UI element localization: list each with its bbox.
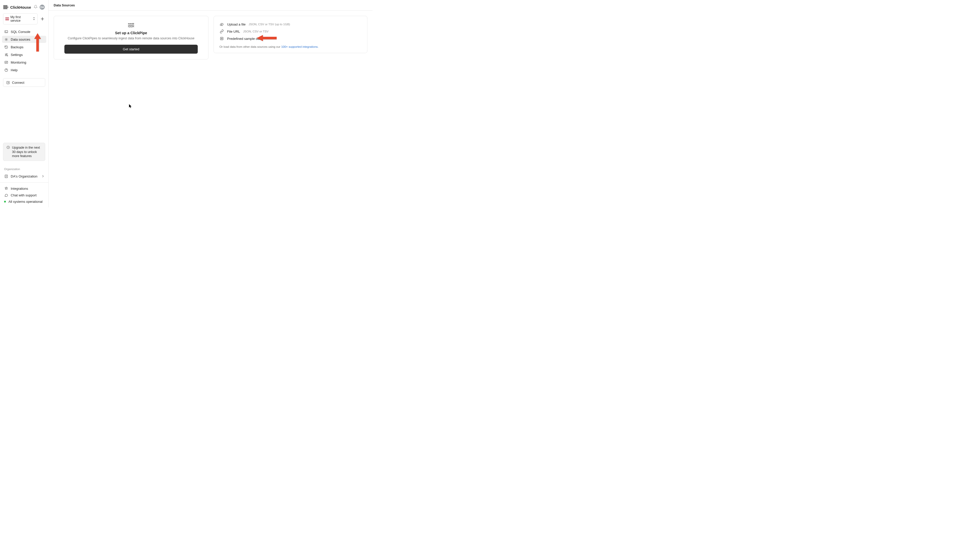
avatar[interactable]: DA — [40, 5, 45, 10]
integrations-link[interactable]: 100+ supported integrations. — [281, 45, 318, 48]
org-section-label: Organization — [3, 167, 45, 173]
add-service-button[interactable] — [40, 16, 45, 22]
sliders-icon — [4, 52, 8, 57]
page-title: Data Sources — [54, 3, 75, 7]
brand-name: ClickHouse — [10, 5, 31, 10]
connect-button[interactable]: Connect — [3, 78, 45, 87]
footer-label: Chat with support — [11, 193, 37, 197]
chart-icon — [4, 60, 8, 64]
sample-icon — [220, 37, 224, 41]
nav-help[interactable]: Help — [2, 67, 46, 73]
data-icon — [4, 37, 8, 41]
puzzle-icon — [4, 186, 8, 190]
nav-label: Backups — [11, 45, 24, 49]
sample-data-row[interactable]: Predefined sample data — [220, 35, 361, 42]
svg-point-7 — [6, 53, 7, 54]
content: Set up a ClickPipe Configure ClickPipes … — [49, 11, 372, 207]
link-icon — [220, 29, 224, 33]
upload-file-row[interactable]: Upload a file JSON, CSV or TSV (up to 1G… — [220, 21, 361, 28]
upload-hint: JSON, CSV or TSV (up to 1GB) — [248, 23, 290, 26]
clickhouse-logo-icon — [3, 5, 8, 9]
footer-label: Integrations — [11, 187, 28, 190]
nav-settings[interactable]: Settings — [2, 51, 46, 58]
service-name: My first service — [11, 15, 31, 22]
svg-point-9 — [7, 56, 8, 56]
chevron-updown-icon — [33, 17, 35, 21]
terminal-icon — [4, 30, 8, 34]
data-sources-card: Upload a file JSON, CSV or TSV (up to 1G… — [213, 16, 368, 53]
svg-rect-5 — [5, 30, 7, 33]
help-icon — [4, 68, 8, 72]
notifications-icon[interactable] — [34, 5, 38, 10]
nav-label: SQL Console — [11, 30, 30, 34]
sidebar: ClickHouse DA My first service — [0, 0, 49, 207]
status-dot-icon — [4, 201, 6, 203]
svg-rect-2 — [6, 5, 6, 9]
brand: ClickHouse DA — [3, 3, 45, 13]
waves-icon — [60, 23, 202, 28]
footer-chat[interactable]: Chat with support — [3, 192, 45, 198]
file-url-row[interactable]: File URL JSON, CSV or TSV — [220, 28, 361, 35]
svg-rect-3 — [6, 5, 7, 9]
connect-label: Connect — [12, 81, 24, 84]
svg-rect-1 — [5, 5, 5, 9]
integrations-footer: Or load data from other data sources usi… — [220, 42, 361, 48]
nav-label: Data sources — [11, 38, 30, 41]
footer-label: All systems operational — [8, 200, 43, 203]
svg-rect-15 — [221, 37, 223, 40]
nav-label: Settings — [11, 53, 23, 57]
clock-icon — [6, 146, 10, 150]
svg-point-8 — [6, 54, 6, 55]
upload-title: Upload a file — [227, 22, 245, 26]
flag-icon — [5, 17, 9, 20]
connect-icon — [6, 81, 10, 84]
nav-backups[interactable]: Backups — [2, 43, 46, 51]
url-title: File URL — [227, 30, 240, 33]
nav-label: Help — [11, 68, 18, 72]
nav-label: Monitoring — [11, 60, 26, 64]
svg-rect-4 — [8, 6, 8, 8]
footer-integrations[interactable]: Integrations — [3, 185, 45, 192]
svg-rect-0 — [3, 5, 4, 9]
nav-sql-console[interactable]: SQL Console — [2, 28, 46, 35]
clickpipe-title: Set up a ClickPipe — [60, 31, 202, 35]
upload-icon — [220, 22, 224, 26]
history-icon — [4, 45, 8, 49]
sample-title: Predefined sample data — [227, 37, 262, 41]
primary-nav: SQL Console Data sources Backups Setting… — [0, 28, 48, 74]
service-selector[interactable]: My first service — [3, 13, 38, 24]
chevron-right-icon — [41, 175, 44, 178]
svg-point-16 — [221, 38, 222, 39]
org-name: DA's Organization — [11, 175, 37, 178]
url-hint: JSON, CSV or TSV — [243, 30, 269, 33]
nav-monitoring[interactable]: Monitoring — [2, 59, 46, 66]
footer-prefix: Or load data from other data sources usi… — [220, 45, 281, 48]
clickpipe-card: Set up a ClickPipe Configure ClickPipes … — [54, 16, 208, 59]
nav-data-sources[interactable]: Data sources — [2, 36, 46, 43]
clickpipe-subtitle: Configure ClickPipes to seamlessly inges… — [60, 37, 202, 40]
get-started-button[interactable]: Get started — [64, 45, 198, 54]
footer-status[interactable]: All systems operational — [3, 198, 45, 205]
svg-point-6 — [6, 39, 6, 40]
org-selector[interactable]: DA's Organization — [3, 173, 45, 180]
org-icon — [4, 174, 8, 178]
page-header: Data Sources — [49, 0, 372, 11]
upgrade-text: Upgrade in the next 30 days to unlock mo… — [12, 146, 42, 158]
upgrade-banner[interactable]: Upgrade in the next 30 days to unlock mo… — [3, 143, 45, 161]
chat-icon — [4, 193, 8, 197]
